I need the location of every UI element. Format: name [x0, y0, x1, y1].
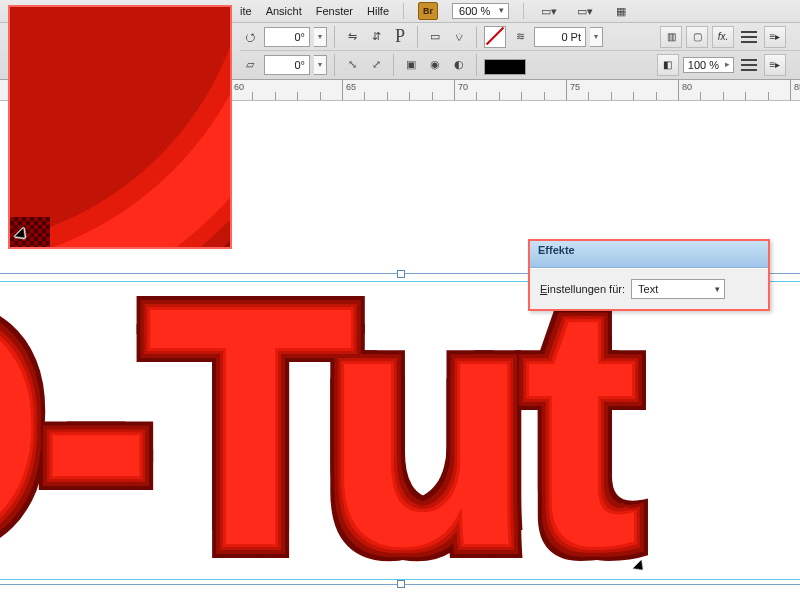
menu-ansicht[interactable]: Ansicht — [266, 5, 302, 17]
stroke-weight-field[interactable]: 0 Pt — [534, 27, 586, 47]
control-row-2: ▱ 0° ▾ ⤡ ⤢ ▣ ◉ ◐ ◧ 100 % ≡▸ — [240, 51, 800, 78]
ruler-minor-tick — [252, 92, 253, 100]
rotate-angle-1[interactable]: 0° — [264, 27, 310, 47]
ruler-minor-tick — [588, 92, 589, 100]
object-select-icon[interactable]: ▭ — [425, 27, 445, 47]
screen-mode-icon[interactable]: ▭▾ — [574, 1, 596, 21]
ruler-minor-tick — [611, 92, 612, 100]
menu-separator — [523, 3, 524, 19]
chevron-down-icon: ▾ — [715, 284, 720, 294]
ruler-minor-tick — [297, 92, 298, 100]
ruler-minor-tick — [320, 92, 321, 100]
stroke-weight-icon: ≋ — [510, 27, 530, 47]
zoom-dropdown[interactable]: 600 % — [452, 3, 509, 19]
mask-icon[interactable]: ◐ — [449, 55, 469, 75]
ruler-minor-tick — [432, 92, 433, 100]
more-icon[interactable]: ≡▸ — [764, 26, 786, 48]
ruler-tick: 65 — [342, 80, 343, 100]
ruler-minor-tick — [633, 92, 634, 100]
ruler-minor-tick — [387, 92, 388, 100]
ruler-tick: 70 — [454, 80, 455, 100]
flip-h-icon[interactable]: ⇋ — [342, 27, 362, 47]
ruler-label: 80 — [682, 82, 692, 92]
ruler-minor-tick — [723, 92, 724, 100]
effects-panel: Effekte Einstellungen für: Text ▾ — [528, 239, 770, 311]
angle2-dropdown[interactable]: ▾ — [314, 55, 327, 75]
align-btn[interactable]: ▥ — [660, 26, 682, 48]
menu-separator — [403, 3, 404, 19]
wrap-btn[interactable]: ▢ — [686, 26, 708, 48]
effects-target-value: Text — [638, 283, 658, 295]
ruler-tick: 85 — [790, 80, 791, 100]
flip-v-icon[interactable]: ⤢ — [366, 55, 386, 75]
menu-hilfe[interactable]: Hilfe — [367, 5, 389, 17]
ruler-minor-tick — [700, 92, 701, 100]
ruler-tick: 75 — [566, 80, 567, 100]
clip-icon[interactable]: ◉ — [425, 55, 445, 75]
fx-button[interactable]: fx. — [712, 26, 734, 48]
ruler-minor-tick — [409, 92, 410, 100]
control-row-1: ⭯ 0° ▾ ⇋ ⇵ P ▭ ⩒ ≋ 0 Pt ▾ ▥ ▢ fx. ≡▸ — [240, 23, 800, 51]
stroke-none-swatch[interactable] — [484, 26, 506, 48]
rotate-icon[interactable]: ⭯ — [240, 27, 260, 47]
ruler-minor-tick — [745, 92, 746, 100]
ruler-minor-tick — [476, 92, 477, 100]
flip-v-icon[interactable]: ⇵ — [366, 27, 386, 47]
shear-angle[interactable]: 0° — [264, 55, 310, 75]
angle1-dropdown[interactable]: ▾ — [314, 27, 327, 47]
effects-target-dropdown[interactable]: Text ▾ — [631, 279, 725, 299]
ruler-label: 75 — [570, 82, 580, 92]
ruler-tick: 80 — [678, 80, 679, 100]
ruler-label: 60 — [234, 82, 244, 92]
ruler-label: 65 — [346, 82, 356, 92]
flip-h-icon[interactable]: ⤡ — [342, 55, 362, 75]
ruler-label: 70 — [458, 82, 468, 92]
bridge-button[interactable]: Br — [418, 2, 438, 20]
layout-mode-icon[interactable]: ▭▾ — [538, 1, 560, 21]
zoom-callout — [8, 5, 232, 249]
ruler-minor-tick — [521, 92, 522, 100]
separator — [476, 54, 477, 76]
separator — [334, 26, 335, 48]
ruler-minor-tick — [656, 92, 657, 100]
opacity-field[interactable]: 100 % — [683, 57, 734, 73]
more-icon[interactable]: ≡▸ — [764, 54, 786, 76]
separator — [393, 54, 394, 76]
ruler-minor-tick — [499, 92, 500, 100]
effects-panel-title[interactable]: Effekte — [530, 241, 768, 268]
separator — [417, 26, 418, 48]
big-p-icon[interactable]: P — [390, 27, 410, 47]
ruler-label: 85 — [794, 82, 800, 92]
ruler-minor-tick — [364, 92, 365, 100]
separator — [476, 26, 477, 48]
ruler-minor-tick — [768, 92, 769, 100]
ungroup-icon[interactable]: ⩒ — [449, 27, 469, 47]
arrange-windows-icon[interactable]: ▦ — [610, 1, 632, 21]
ruler-minor-tick — [544, 92, 545, 100]
fill-swatch[interactable] — [484, 59, 526, 75]
group-icon[interactable]: ▣ — [401, 55, 421, 75]
menu-fenster[interactable]: Fenster — [316, 5, 353, 17]
pixel-edge — [10, 217, 50, 247]
menu-leftfrag: ite — [240, 5, 252, 17]
shear-icon[interactable]: ▱ — [240, 55, 260, 75]
ruler-minor-tick — [275, 92, 276, 100]
stroke-weight-drop[interactable]: ▾ — [590, 27, 603, 47]
paragraph-lines-icon[interactable] — [738, 27, 760, 47]
effects-setting-label: Einstellungen für: — [540, 283, 625, 295]
separator — [334, 54, 335, 76]
paragraph-lines-icon[interactable] — [738, 55, 760, 75]
blend-mode-icon[interactable]: ◧ — [657, 54, 679, 76]
